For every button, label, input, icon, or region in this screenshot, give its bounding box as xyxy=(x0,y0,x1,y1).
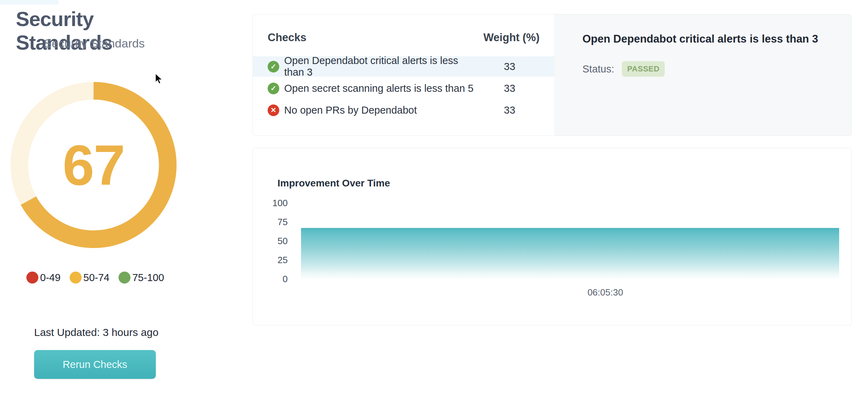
check-row[interactable]: ✕ No open PRs by Dependabot 33 xyxy=(253,100,554,120)
weight-column-header: Weight (%) xyxy=(483,31,540,44)
legend-item: 75-100 xyxy=(119,272,164,284)
check-weight-value: 33 xyxy=(480,104,540,116)
legend-label: 75-100 xyxy=(132,272,164,284)
checks-card: Checks Weight (%) ✓ Open Dependabot crit… xyxy=(253,14,852,136)
top-strip xyxy=(0,0,58,5)
checks-list: ✓ Open Dependabot critical alerts is les… xyxy=(253,56,554,120)
check-weight-value: 33 xyxy=(480,61,540,72)
last-updated-text: Last Updated: 3 hours ago xyxy=(34,326,159,338)
chart-y-tick-label: 50 xyxy=(253,236,288,246)
chart-area-series xyxy=(301,228,839,280)
checks-column-header: Checks xyxy=(268,31,306,44)
check-label: Open Dependabot critical alerts is less … xyxy=(284,55,480,78)
improvement-chart-card: Improvement Over Time 1007550250 06:05:3… xyxy=(253,148,852,325)
chart-y-tick-label: 0 xyxy=(253,274,288,284)
check-label: No open PRs by Dependabot xyxy=(284,104,480,116)
mouse-cursor-icon xyxy=(155,73,164,84)
detail-status-row: Status: PASSED xyxy=(582,61,837,77)
chart-y-tick-label: 25 xyxy=(253,255,288,265)
check-passed-icon: ✓ xyxy=(268,83,279,94)
checks-header-row: Checks Weight (%) xyxy=(268,31,540,44)
rerun-checks-button[interactable]: Rerun Checks xyxy=(34,350,156,379)
chart-title: Improvement Over Time xyxy=(277,178,390,189)
check-label: Open secret scanning alerts is less than… xyxy=(284,83,480,94)
gauge-score-value: 67 xyxy=(11,82,177,248)
check-row[interactable]: ✓ Open secret scanning alerts is less th… xyxy=(253,78,554,99)
legend-color-dot xyxy=(26,272,38,284)
score-gauge: 67 xyxy=(11,82,177,248)
status-badge: PASSED xyxy=(622,61,665,77)
page-subtitle: Security Standards xyxy=(16,37,173,50)
check-row[interactable]: ✓ Open Dependabot critical alerts is les… xyxy=(253,56,554,77)
security-standards-dashboard: Security Standards Security Standards 67… xyxy=(0,0,868,394)
legend-label: 50-74 xyxy=(83,272,109,284)
legend-item: 50-74 xyxy=(70,272,109,284)
legend-color-dot xyxy=(70,272,82,284)
gauge-legend: 0-49 50-74 75-100 xyxy=(26,272,164,284)
check-detail-panel: Open Dependabot critical alerts is less … xyxy=(554,14,851,135)
detail-title: Open Dependabot critical alerts is less … xyxy=(582,33,837,45)
chart-x-tick-label: 06:05:30 xyxy=(587,287,623,298)
status-label: Status: xyxy=(582,63,614,75)
legend-label: 0-49 xyxy=(40,272,60,284)
checks-list-pane: Checks Weight (%) ✓ Open Dependabot crit… xyxy=(253,14,554,135)
chart-y-tick-label: 100 xyxy=(253,198,288,208)
legend-item: 0-49 xyxy=(26,272,60,284)
chart-y-tick-label: 75 xyxy=(253,217,288,227)
check-failed-icon: ✕ xyxy=(268,104,279,116)
legend-color-dot xyxy=(119,272,130,284)
check-passed-icon: ✓ xyxy=(268,61,279,72)
check-weight-value: 33 xyxy=(480,83,540,94)
